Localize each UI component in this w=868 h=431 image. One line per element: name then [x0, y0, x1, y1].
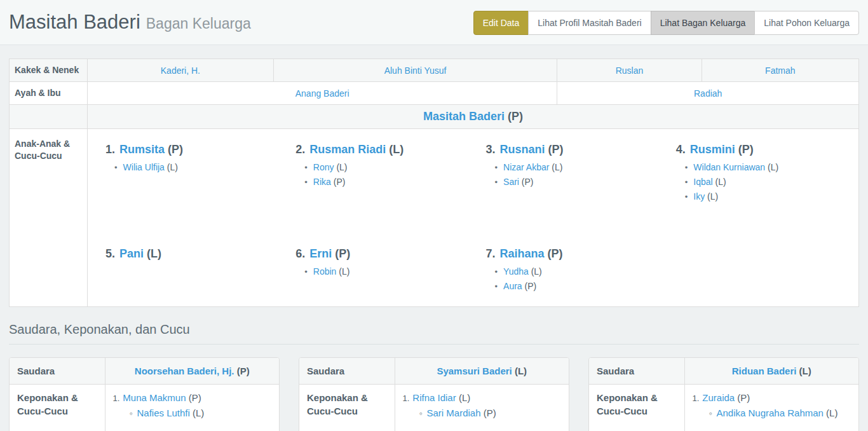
child-number: 7.	[486, 247, 496, 260]
child-link-rusman-riadi[interactable]: Rusman Riadi	[309, 143, 386, 156]
gender-tag: (P)	[165, 143, 183, 156]
button-edit-data[interactable]: Edit Data	[473, 11, 529, 35]
bullet-icon: •	[304, 267, 308, 277]
grandchild-link-iqbal[interactable]: Iqbal	[693, 177, 712, 187]
nephew-number: 1.	[113, 393, 120, 403]
grandchild-link-rika[interactable]: Rika	[313, 177, 331, 187]
gender-tag: (L)	[190, 407, 205, 418]
grandchild-link-yudha[interactable]: Yudha	[503, 266, 529, 277]
grandchild-link-robin[interactable]: Robin	[313, 266, 337, 277]
grandchild-link-wildan-kurniawan[interactable]: Wildan Kurniawan	[693, 162, 765, 172]
child-block-pani: 5.Pani (L)	[93, 238, 283, 301]
parent-link-radiah[interactable]: Radiah	[694, 88, 722, 99]
sibling-link-noorsehan-baderi-hj[interactable]: Noorsehan Baderi, Hj.	[135, 366, 234, 376]
gender-tag: (L)	[144, 247, 161, 260]
main-content: Kakek & Nenek Kaderi, H.Aluh Binti Yusuf…	[0, 45, 868, 431]
sibling-card-table: SaudaraRiduan Baderi (L)Keponakan & Cucu…	[589, 358, 858, 431]
page-heading: Masitah BaderiBagan Keluarga	[9, 9, 251, 36]
child-link-raihana[interactable]: Raihana	[500, 247, 545, 260]
child-block-raihana: 7.Raihana (P)•Yudha (L)•Aura (P)	[473, 238, 663, 301]
grandparent-link-kaderi-h[interactable]: Kaderi, H.	[161, 65, 200, 76]
nephew-link-muna-makmun[interactable]: Muna Makmun	[123, 392, 186, 403]
gender-tag: (L)	[713, 177, 726, 187]
page-subtitle: Bagan Keluarga	[146, 15, 251, 32]
nephews-label: Keponakan & Cucu-Cucu	[10, 385, 105, 431]
nephews-cell: 1.Rifna Idiar (L)◦Sari Mardiah (P)	[395, 385, 569, 431]
grandchildren-list: •Rony (L)•Rika (P)	[295, 163, 468, 187]
bullet-icon: •	[114, 163, 118, 172]
header-button-group: Edit DataLihat Profil Masitah BaderiLiha…	[473, 11, 859, 35]
child-heading: 6.Erni (P)	[295, 247, 468, 261]
person-link[interactable]: Masitah Baderi	[423, 110, 505, 123]
circle-bullet-icon: ◦	[130, 408, 133, 418]
gender-tag: (L)	[386, 143, 403, 156]
sibling-card-syamsuri-baderi: SaudaraSyamsuri Baderi (L)Keponakan & Cu…	[299, 357, 569, 431]
parent-link-anang-baderi[interactable]: Anang Baderi	[295, 88, 349, 99]
gender-tag: (P)	[522, 281, 537, 291]
grandchild-item: •Wildan Kurniawan (L)	[685, 163, 848, 172]
nephew-child-item: ◦Andika Nugraha Rahman (L)	[709, 406, 851, 420]
parents-label: Ayah & Ibu	[10, 82, 88, 105]
grandchild-item: •Robin (L)	[304, 267, 468, 277]
button-lihat-pohon-keluarga[interactable]: Lihat Pohon Keluarga	[754, 11, 859, 35]
sibling-link-riduan-baderi[interactable]: Riduan Baderi	[732, 366, 797, 376]
grandchild-item: •Wilia Ulfija (L)	[114, 163, 278, 172]
page-title: Masitah Baderi	[9, 11, 140, 33]
grandchildren-list: •Wilia Ulfija (L)	[105, 163, 278, 172]
children-row: Anak-Anak & Cucu-Cucu 1.Rumsita (P)•Wili…	[10, 129, 859, 307]
person-row: Masitah Baderi (P)	[10, 105, 859, 129]
bullet-icon: •	[304, 163, 308, 172]
grandparent-cell-aluh-binti-yusuf: Aluh Binti Yusuf	[273, 59, 557, 82]
child-link-rusmini[interactable]: Rusmini	[690, 143, 735, 156]
person-cell: Masitah Baderi (P)	[88, 105, 859, 129]
grandchild-link-sari[interactable]: Sari	[503, 177, 519, 187]
grandparent-link-ruslan[interactable]: Ruslan	[616, 65, 644, 76]
parent-cell-anang-baderi: Anang Baderi	[88, 82, 557, 105]
button-lihat-profil-masitah-baderi[interactable]: Lihat Profil Masitah Baderi	[528, 11, 651, 35]
nephew-children-list: ◦Nafies Luthfi (L)	[113, 406, 272, 420]
sibling-name-cell: Syamsuri Baderi (L)	[395, 358, 569, 385]
child-heading: 7.Raihana (P)	[486, 247, 658, 261]
child-block-rusmini: 4.Rusmini (P)•Wildan Kurniawan (L)•Iqbal…	[663, 134, 853, 238]
bullet-icon: •	[495, 282, 498, 291]
gender-tag: (P)	[234, 366, 250, 376]
nephew-child-link-nafies-luthfi[interactable]: Nafies Luthfi	[137, 407, 189, 418]
bullet-icon: •	[495, 163, 498, 172]
grandchild-item: •Yudha (L)	[495, 267, 658, 277]
nephew-child-link-andika-nugraha-rahman[interactable]: Andika Nugraha Rahman	[716, 407, 823, 418]
sibling-label: Saudara	[299, 358, 395, 385]
child-heading: 3.Rusnani (P)	[486, 143, 658, 156]
child-heading: 4.Rusmini (P)	[676, 143, 848, 156]
nephew-link-rifna-idiar[interactable]: Rifna Idiar	[412, 392, 456, 403]
gender-tag: (P)	[519, 177, 534, 187]
button-lihat-bagan-keluarga[interactable]: Lihat Bagan Keluarga	[651, 11, 756, 35]
sibling-header-row: SaudaraRiduan Baderi (L)	[589, 358, 858, 385]
sibling-card-noorsehan-baderi-hj: SaudaraNoorsehan Baderi, Hj. (P)Keponaka…	[9, 357, 280, 431]
gender-tag: (L)	[705, 191, 718, 202]
child-heading: 1.Rumsita (P)	[105, 143, 278, 156]
grandchild-link-nizar-akbar[interactable]: Nizar Akbar	[503, 162, 549, 172]
grandchildren-list: •Wildan Kurniawan (L)•Iqbal (L)•Iky (L)	[676, 163, 848, 202]
sibling-link-syamsuri-baderi[interactable]: Syamsuri Baderi	[437, 366, 512, 376]
grandparent-link-aluh-binti-yusuf[interactable]: Aluh Binti Yusuf	[384, 65, 447, 76]
gender-tag: (L)	[529, 266, 542, 277]
grandchild-item: •Rika (P)	[304, 177, 468, 187]
grandparent-link-fatmah[interactable]: Fatmah	[765, 65, 795, 76]
gender-tag: (P)	[186, 392, 201, 403]
child-link-erni[interactable]: Erni	[309, 247, 332, 260]
grandparents-row: Kakek & Nenek Kaderi, H.Aluh Binti Yusuf…	[10, 59, 859, 82]
child-link-pani[interactable]: Pani	[119, 247, 144, 260]
grandchild-link-iky[interactable]: Iky	[693, 191, 705, 202]
nephew-link-zuraida[interactable]: Zuraida	[702, 392, 735, 403]
gender-tag: (L)	[165, 162, 178, 172]
grandchild-link-wilia-ulfija[interactable]: Wilia Ulfija	[123, 162, 165, 172]
nephew-child-link-sari-mardiah[interactable]: Sari Mardiah	[426, 407, 480, 418]
grandchild-link-aura[interactable]: Aura	[503, 281, 522, 291]
bullet-icon: •	[304, 177, 308, 187]
child-link-rusnani[interactable]: Rusnani	[500, 143, 545, 156]
child-link-rumsita[interactable]: Rumsita	[119, 143, 165, 156]
grandchild-link-rony[interactable]: Rony	[313, 162, 334, 172]
children-grid: 1.Rumsita (P)•Wilia Ulfija (L)2.Rusman R…	[93, 134, 853, 301]
page-header: Masitah BaderiBagan Keluarga Edit DataLi…	[0, 0, 868, 45]
grandparent-cell-kaderi-h: Kaderi, H.	[88, 59, 274, 82]
